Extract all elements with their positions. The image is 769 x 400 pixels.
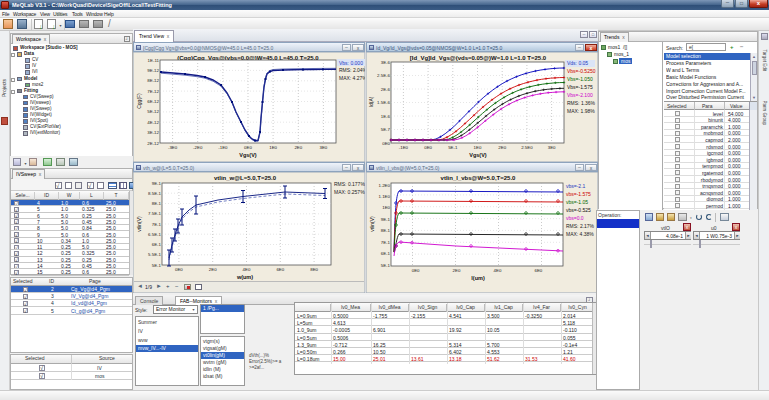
svg-text:-3E0: -3E0 xyxy=(168,145,178,150)
svg-text:Vbs=-0.5250: Vbs=-0.5250 xyxy=(567,68,596,74)
svg-text:RMS: 2.17%: RMS: 2.17% xyxy=(566,223,595,229)
svg-text:5E-12: 5E-12 xyxy=(147,109,159,114)
svg-text:8E0: 8E0 xyxy=(310,267,318,272)
svg-text:MAX: 4.38%: MAX: 4.38% xyxy=(566,231,594,237)
svg-text:2.5E0: 2.5E0 xyxy=(521,145,533,150)
svg-text:1E-11: 1E-11 xyxy=(148,58,160,63)
svg-text:5E-7: 5E-7 xyxy=(381,127,391,132)
svg-text:2E0: 2E0 xyxy=(498,145,506,150)
svg-text:Vbs=-2.100: Vbs=-2.100 xyxy=(567,92,593,98)
svg-text:-1E0: -1E0 xyxy=(399,145,409,150)
svg-text:1.1E0: 1.1E0 xyxy=(379,194,391,199)
svg-text:MAX: 4.27%: MAX: 4.27% xyxy=(339,75,365,81)
svg-text:4E0: 4E0 xyxy=(494,268,502,273)
svg-text:7E-1: 7E-1 xyxy=(381,240,391,245)
svg-text:1.2E0: 1.2E0 xyxy=(379,183,391,188)
svg-text:4E0: 4E0 xyxy=(243,267,251,272)
svg-text:2E0: 2E0 xyxy=(294,145,302,150)
svg-text:vtlin_l_vbs@W=5.0,T=25.0: vtlin_l_vbs@W=5.0,T=25.0 xyxy=(441,175,517,181)
svg-text:Vbs=-1.050: Vbs=-1.050 xyxy=(567,76,593,82)
svg-text:vbs=-2.1: vbs=-2.1 xyxy=(566,183,586,189)
svg-text:-2E0: -2E0 xyxy=(193,145,203,150)
svg-text:7.5E-1: 7.5E-1 xyxy=(148,211,161,216)
svg-text:0E0: 0E0 xyxy=(424,145,432,150)
svg-text:4E-12: 4E-12 xyxy=(147,120,159,125)
svg-text:l(um): l(um) xyxy=(471,275,485,281)
svg-text:8E-1: 8E-1 xyxy=(152,201,162,206)
svg-text:Vgs(V): Vgs(V) xyxy=(469,152,487,158)
svg-text:1.5E-6: 1.5E-6 xyxy=(377,100,390,105)
svg-text:Vgs(V): Vgs(V) xyxy=(239,152,257,158)
svg-text:1E0: 1E0 xyxy=(474,145,482,150)
svg-text:3E0: 3E0 xyxy=(319,145,327,150)
svg-text:1E-6: 1E-6 xyxy=(381,114,391,119)
svg-text:MAX: 0.257%: MAX: 0.257% xyxy=(334,189,365,195)
svg-text:9E-1: 9E-1 xyxy=(381,217,391,222)
svg-text:5E-1: 5E-1 xyxy=(152,263,162,268)
svg-text:RMS: 0.177%: RMS: 0.177% xyxy=(334,181,365,187)
svg-text:5E-1: 5E-1 xyxy=(448,145,458,150)
svg-text:3E-6: 3E-6 xyxy=(381,60,391,65)
svg-text:-1E0: -1E0 xyxy=(218,145,228,150)
svg-text:w(um): w(um) xyxy=(236,274,253,280)
svg-text:2E-6: 2E-6 xyxy=(381,87,391,92)
svg-text:0E0: 0E0 xyxy=(412,268,420,273)
svg-text:5.5E-1: 5.5E-1 xyxy=(148,252,161,257)
svg-text:vtlin_w@L=5.0,T=25.0: vtlin_w@L=5.0,T=25.0 xyxy=(214,175,277,181)
svg-text:Vbs=-1.575: Vbs=-1.575 xyxy=(567,84,593,90)
svg-text:RMS: 2.04%: RMS: 2.04% xyxy=(339,67,365,73)
svg-text:8.5E-1: 8.5E-1 xyxy=(148,191,161,196)
svg-text:6E-1: 6E-1 xyxy=(381,251,391,256)
svg-text:3E0: 3E0 xyxy=(548,145,556,150)
svg-text:0E0: 0E0 xyxy=(175,267,183,272)
svg-text:8E-12: 8E-12 xyxy=(147,78,159,83)
svg-text:RMS: 1.36%: RMS: 1.36% xyxy=(567,100,596,106)
svg-text:7E-1: 7E-1 xyxy=(152,222,162,227)
svg-text:vbs=-1.05: vbs=-1.05 xyxy=(566,199,588,205)
svg-text:[Id_Vg]Id_Vgs@(vds=0.05@)W=1.0: [Id_Vg]Id_Vgs@(vds=0.05@)W=1.0 L=1.0 T=2… xyxy=(410,55,547,61)
svg-text:0E0: 0E0 xyxy=(382,141,390,146)
svg-text:Id(A): Id(A) xyxy=(368,96,374,107)
svg-text:6E0: 6E0 xyxy=(534,268,542,273)
svg-text:6E-12: 6E-12 xyxy=(147,99,159,104)
svg-text:2E-12: 2E-12 xyxy=(147,141,159,146)
svg-text:2.5E-6: 2.5E-6 xyxy=(377,73,390,78)
svg-text:vbs=-1.575: vbs=-1.575 xyxy=(566,191,591,197)
svg-text:9E-12: 9E-12 xyxy=(147,68,159,73)
svg-text:Cgg(F): Cgg(F) xyxy=(136,93,142,109)
svg-text:vbs=-0.525: vbs=-0.525 xyxy=(566,207,591,213)
svg-text:9E-1: 9E-1 xyxy=(152,181,162,186)
svg-text:1E0: 1E0 xyxy=(382,205,390,210)
svg-text:Vbs: 0.000: Vbs: 0.000 xyxy=(339,60,363,66)
svg-text:7E-12: 7E-12 xyxy=(147,89,159,94)
svg-text:2E0: 2E0 xyxy=(453,268,461,273)
svg-text:6E0: 6E0 xyxy=(276,267,284,272)
svg-text:MAX: 1.98%: MAX: 1.98% xyxy=(567,108,595,114)
svg-text:8E-1: 8E-1 xyxy=(381,228,391,233)
svg-text:0E0: 0E0 xyxy=(244,145,252,150)
svg-text:5E-1: 5E-1 xyxy=(381,263,391,268)
svg-text:(Cgg)Cgg_Vgs@(vbs=0.0@)W=45.0: (Cgg)Cgg_Vgs@(vbs=0.0@)W=45.0 L=45.0 T=2… xyxy=(177,55,319,61)
svg-text:Vds: 0.05: Vds: 0.05 xyxy=(567,60,588,66)
svg-text:vtlin(V): vtlin(V) xyxy=(136,216,142,232)
svg-text:1E0: 1E0 xyxy=(269,145,277,150)
svg-text:3E-12: 3E-12 xyxy=(147,130,159,135)
svg-text:6.5E-1: 6.5E-1 xyxy=(148,232,161,237)
svg-text:vbs=0.0: vbs=0.0 xyxy=(566,215,584,221)
svg-text:2E0: 2E0 xyxy=(209,267,217,272)
svg-text:6E-1: 6E-1 xyxy=(152,242,162,247)
svg-text:vtlin(V): vtlin(V) xyxy=(369,216,375,232)
